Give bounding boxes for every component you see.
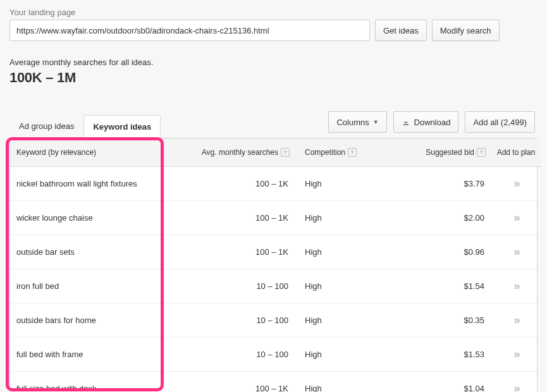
header-keyword[interactable]: Keyword (by relevance) xyxy=(16,148,96,157)
modify-search-button[interactable]: Modify search xyxy=(432,20,500,41)
landing-page-label: Your landing page xyxy=(9,8,538,17)
cell-keyword[interactable]: full bed with frame xyxy=(10,337,181,371)
cell-keyword[interactable]: outside bars for home xyxy=(10,303,181,337)
cell-searches: 10 – 100 xyxy=(181,303,295,337)
cell-keyword[interactable]: outside bar sets xyxy=(10,235,181,269)
cell-competition: High xyxy=(295,371,390,392)
help-icon[interactable]: ? xyxy=(477,148,486,157)
download-button-label: Download xyxy=(414,118,451,127)
add-all-button[interactable]: Add all (2,499) xyxy=(465,111,535,133)
cell-searches: 10 – 100 xyxy=(181,337,295,371)
download-icon xyxy=(402,118,410,126)
add-to-plan-button[interactable]: » xyxy=(491,371,541,392)
caret-down-icon: ▼ xyxy=(373,119,379,125)
table-row: outside bar sets100 – 1KHigh$0.96» xyxy=(10,235,541,269)
cell-searches: 100 – 1K xyxy=(181,166,295,200)
table-row: outside bars for home10 – 100High$0.35» xyxy=(10,303,541,337)
cell-bid: $0.96 xyxy=(390,235,491,269)
cell-competition: High xyxy=(295,166,390,200)
cell-bid: $1.04 xyxy=(390,371,491,392)
header-searches[interactable]: Avg. monthly searches xyxy=(202,148,278,157)
cell-keyword[interactable]: full size bed with desk xyxy=(10,371,181,392)
cell-searches: 100 – 1K xyxy=(181,235,295,269)
cell-keyword[interactable]: wicker lounge chaise xyxy=(10,200,181,235)
table-row: full bed with frame10 – 100High$1.53» xyxy=(10,337,541,371)
download-button[interactable]: Download xyxy=(393,111,459,133)
add-to-plan-button[interactable]: » xyxy=(491,235,541,269)
add-to-plan-button[interactable]: » xyxy=(491,200,541,235)
table-row: wicker lounge chaise100 – 1KHigh$2.00» xyxy=(10,200,541,235)
cell-bid: $3.79 xyxy=(390,166,491,200)
cell-bid: $0.35 xyxy=(390,303,491,337)
help-icon[interactable]: ? xyxy=(281,148,290,157)
help-icon[interactable]: ? xyxy=(348,148,357,157)
cell-searches: 100 – 1K xyxy=(181,200,295,235)
columns-button-label: Columns xyxy=(336,118,369,127)
add-to-plan-button[interactable]: » xyxy=(491,269,541,303)
keyword-table: Keyword (by relevance) Avg. monthly sear… xyxy=(9,138,538,392)
cell-keyword[interactable]: nickel bathroom wall light fixtures xyxy=(10,166,181,200)
table-row: iron full bed10 – 100High$1.54» xyxy=(10,269,541,303)
add-to-plan-button[interactable]: » xyxy=(491,166,541,200)
cell-competition: High xyxy=(295,303,390,337)
cell-searches: 10 – 100 xyxy=(181,269,295,303)
stats-value: 100K – 1M xyxy=(9,70,538,86)
columns-button[interactable]: Columns ▼ xyxy=(328,111,386,133)
tab-ad-group-ideas[interactable]: Ad group ideas xyxy=(9,114,83,138)
table-row: nickel bathroom wall light fixtures100 –… xyxy=(10,166,541,200)
landing-page-input[interactable] xyxy=(9,20,370,41)
get-ideas-button[interactable]: Get ideas xyxy=(375,20,427,41)
cell-competition: High xyxy=(295,337,390,371)
table-row: full size bed with desk100 – 1KHigh$1.04… xyxy=(10,371,541,392)
add-to-plan-button[interactable]: » xyxy=(491,303,541,337)
cell-competition: High xyxy=(295,200,390,235)
header-add: Add to plan xyxy=(497,148,536,157)
header-bid[interactable]: Suggested bid xyxy=(426,148,474,157)
cell-bid: $1.54 xyxy=(390,269,491,303)
header-competition[interactable]: Competition xyxy=(305,148,345,157)
cell-keyword[interactable]: iron full bed xyxy=(10,269,181,303)
tab-keyword-ideas[interactable]: Keyword ideas xyxy=(83,115,161,138)
cell-competition: High xyxy=(295,235,390,269)
cell-competition: High xyxy=(295,269,390,303)
cell-bid: $2.00 xyxy=(390,200,491,235)
stats-label: Average monthly searches for all ideas. xyxy=(9,58,538,67)
cell-searches: 100 – 1K xyxy=(181,371,295,392)
add-to-plan-button[interactable]: » xyxy=(491,337,541,371)
cell-bid: $1.53 xyxy=(390,337,491,371)
